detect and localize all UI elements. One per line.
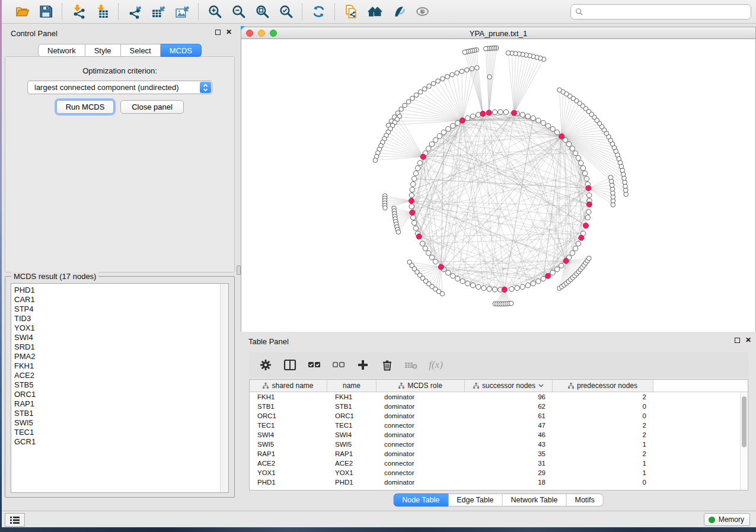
table-cell: YOX1 (327, 469, 377, 476)
tab-select[interactable]: Select (121, 44, 161, 57)
close-panel-button[interactable]: Close panel (120, 100, 184, 114)
add-column-icon[interactable] (356, 358, 370, 372)
table-scrollbar-thumb[interactable] (742, 396, 747, 447)
import-table-icon[interactable] (93, 3, 111, 21)
export-image-icon[interactable] (173, 3, 191, 21)
import-network-icon[interactable] (69, 3, 87, 21)
table-row[interactable]: ACE2ACE2connector311 (250, 459, 748, 468)
table-row[interactable]: STB1STB1dominator620 (250, 402, 748, 411)
table-row[interactable]: ORC1ORC1dominator610 (250, 411, 748, 421)
mcds-result-scrollbar[interactable] (220, 284, 228, 492)
table-row[interactable]: SWI5SWI5connector431 (250, 440, 748, 449)
mcds-result-item[interactable]: ORC1 (14, 390, 228, 399)
mcds-result-item[interactable]: SWI5 (14, 418, 228, 428)
network-window-title: YPA_prune.txt_1 (241, 29, 755, 38)
table-row[interactable]: TEC1TEC1connector472 (250, 421, 748, 430)
search-icon (575, 8, 583, 16)
tab-edge-table[interactable]: Edge Table (448, 493, 502, 507)
float-panel-icon[interactable] (735, 338, 740, 343)
table-cell: connector (377, 441, 465, 448)
mcds-result-item[interactable]: TEC1 (14, 428, 228, 437)
search-input[interactable] (583, 6, 751, 18)
splitter-handle[interactable] (237, 265, 241, 275)
save-session-icon[interactable] (37, 3, 55, 21)
mcds-result-item[interactable]: RAP1 (14, 399, 228, 409)
search-box[interactable] (570, 4, 751, 20)
select-all-rows-icon[interactable] (307, 358, 321, 372)
column-header-shared-name[interactable]: shared name (250, 380, 327, 392)
optimization-criterion-select[interactable]: largest connected component (undirected) (27, 81, 212, 94)
table-row[interactable]: SWI4SWI4dominator462 (250, 430, 748, 440)
table-scrollbar[interactable] (740, 393, 748, 490)
mcds-result-item[interactable]: YOX1 (14, 323, 228, 333)
tab-network-table[interactable]: Network Table (503, 493, 567, 507)
table-cell: 2 (553, 450, 653, 457)
task-history-button[interactable] (5, 513, 25, 527)
table-cell: RAP1 (327, 450, 377, 457)
run-mcds-button[interactable]: Run MCDS (56, 100, 114, 114)
refresh-view-icon[interactable] (310, 3, 327, 21)
mcds-result-item[interactable]: SRD1 (14, 342, 228, 352)
column-header-predecessor-nodes[interactable]: predecessor nodes (553, 380, 653, 392)
open-session-icon[interactable] (13, 3, 31, 21)
tab-network[interactable]: Network (38, 44, 85, 57)
vertical-splitter[interactable] (237, 24, 241, 511)
tab-node-table[interactable]: Node Table (393, 493, 448, 507)
mcds-result-item[interactable]: STB1 (14, 409, 228, 418)
table-cell: 46 (465, 431, 553, 438)
column-header-name[interactable]: name (327, 380, 377, 392)
control-panel-header: Control Panel ✕ (3, 27, 237, 40)
close-panel-icon[interactable]: ✕ (745, 337, 751, 343)
mcds-result-list[interactable]: PHD1CAR1STP4TID3YOX1SWI4SRD1PMA2FKH1ACE2… (11, 283, 229, 493)
panel-corner-grip (241, 26, 245, 30)
table-cell: dominator (377, 479, 465, 486)
memory-label: Memory (719, 515, 744, 524)
memory-button[interactable]: Memory (704, 513, 750, 526)
mcds-result-item[interactable]: PMA2 (14, 352, 228, 361)
table-settings-icon[interactable] (259, 358, 273, 372)
mcds-result-item[interactable]: STP4 (14, 305, 228, 314)
table-row[interactable]: FKH1FKH1dominator962 (250, 392, 748, 402)
network-view-canvas[interactable] (241, 39, 756, 332)
mcds-result-item[interactable]: TID3 (14, 314, 228, 323)
zoom-in-icon[interactable] (206, 3, 224, 21)
mcds-result-item[interactable]: CAR1 (14, 295, 228, 305)
network-graph[interactable] (241, 39, 756, 332)
delete-column-icon[interactable] (380, 358, 394, 372)
zoom-selected-icon[interactable] (277, 3, 295, 21)
table-row[interactable]: RAP1RAP1dominator352 (250, 449, 748, 459)
network-window-titlebar[interactable]: YPA_prune.txt_1 (241, 27, 756, 39)
table-row[interactable]: PHD1PHD1dominator180 (250, 477, 748, 487)
zoom-out-icon[interactable] (229, 3, 247, 21)
mcds-result-item[interactable]: FKH1 (14, 361, 228, 371)
table-cell: 96 (465, 393, 553, 400)
export-network-icon[interactable] (126, 3, 143, 21)
table-cell: 2 (553, 393, 653, 400)
mcds-result-item[interactable]: PHD1 (14, 286, 228, 295)
mcds-tab-content: Optimization criterion: largest connecte… (5, 56, 235, 273)
export-table-icon[interactable] (149, 3, 167, 21)
clone-network-icon[interactable] (342, 3, 360, 21)
table-cell: PHD1 (327, 479, 377, 486)
mcds-result-item[interactable]: SWI4 (14, 333, 228, 342)
desktop-wallpaper-bottom-edge (0, 527, 756, 532)
column-header-MCDS-role[interactable]: MCDS role (377, 380, 465, 392)
tab-style[interactable]: Style (85, 44, 121, 57)
main-toolbar (0, 0, 756, 24)
hide-graphics-details-icon[interactable] (390, 3, 407, 21)
column-selector-icon[interactable] (283, 358, 297, 372)
float-panel-icon[interactable] (215, 30, 221, 35)
node-table: shared namenameMCDS rolesuccessor nodesp… (249, 379, 748, 491)
mcds-result-item[interactable]: GCR1 (14, 437, 228, 447)
deselect-all-rows-icon[interactable] (331, 358, 346, 372)
close-panel-icon[interactable]: ✕ (226, 29, 232, 35)
mcds-result-item[interactable]: STB5 (14, 380, 228, 390)
tab-mcds[interactable]: MCDS (161, 44, 202, 57)
table-row[interactable]: YOX1YOX1connector291 (250, 468, 748, 477)
mcds-result-item[interactable]: ACE2 (14, 371, 228, 380)
zoom-fit-icon[interactable] (253, 3, 271, 21)
tab-motifs[interactable]: Motifs (566, 493, 603, 507)
open-recent-session-icon[interactable] (366, 3, 384, 21)
column-header-successor-nodes[interactable]: successor nodes (465, 380, 553, 392)
table-cell: dominator (377, 450, 465, 457)
